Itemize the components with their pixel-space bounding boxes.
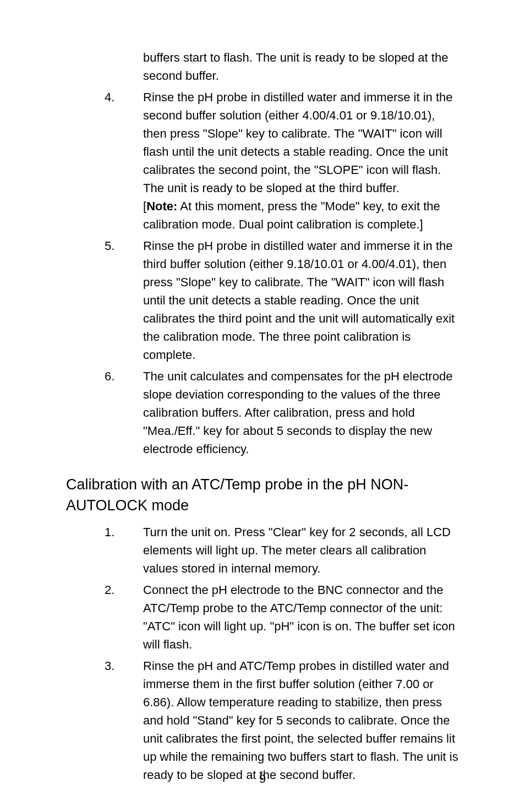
note-label: Note: [146,199,177,213]
list-item: 4. Rinse the pH probe in distilled water… [105,88,459,233]
list-item: 6. The unit calculates and compensates f… [105,367,459,458]
note-body: At this moment, press the "Mode" key, to… [143,199,440,231]
section-heading: Calibration with an ATC/Temp probe in th… [66,475,459,516]
list-number: 2. [105,581,143,653]
page-number: 9 [0,770,525,788]
list-text: Turn the unit on. Press "Clear" key for … [143,523,459,577]
list-number [105,48,143,85]
list-text: The unit calculates and compensates for … [143,367,459,458]
list-item: 2. Connect the pH electrode to the BNC c… [105,581,459,653]
list-number: 1. [105,523,143,577]
list-body: Rinse the pH probe in distilled water an… [143,90,453,195]
list-number: 4. [105,88,143,233]
second-list: 1. Turn the unit on. Press "Clear" key f… [105,523,459,784]
list-item: 1. Turn the unit on. Press "Clear" key f… [105,523,459,577]
list-item: 3. Rinse the pH and ATC/Temp probes in d… [105,657,459,784]
list-item: 5. Rinse the pH probe in distilled water… [105,237,459,364]
list-number: 6. [105,367,143,458]
list-text: Rinse the pH and ATC/Temp probes in dist… [143,657,459,784]
list-text: Rinse the pH probe in distilled water an… [143,237,459,364]
list-number: 3. [105,657,143,784]
list-text: buffers start to flash. The unit is read… [143,48,459,85]
list-item: buffers start to flash. The unit is read… [105,48,459,85]
list-text: Connect the pH electrode to the BNC conn… [143,581,459,653]
list-number: 5. [105,237,143,364]
list-text: Rinse the pH probe in distilled water an… [143,88,459,233]
continuation-block: buffers start to flash. The unit is read… [105,48,459,458]
